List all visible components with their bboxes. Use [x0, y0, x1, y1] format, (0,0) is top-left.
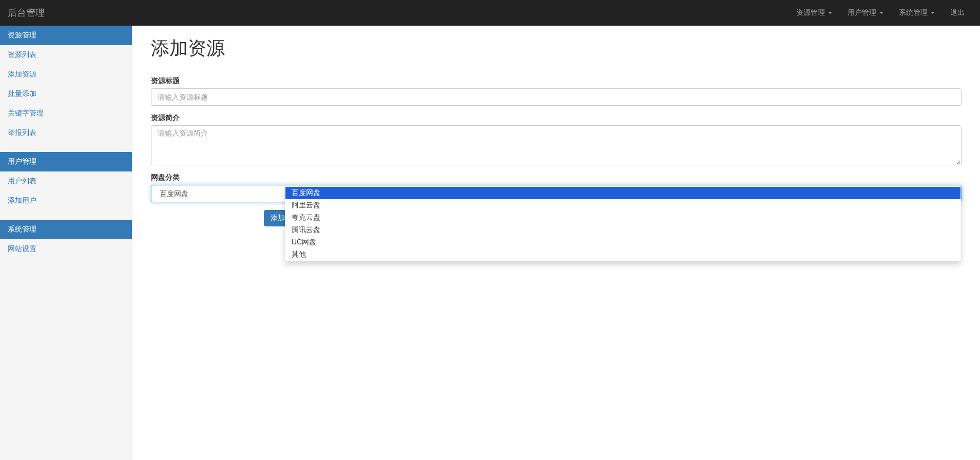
- sidebar-header-resource: 资源管理: [0, 26, 132, 45]
- sidebar-item-add-resource[interactable]: 添加资源: [0, 65, 132, 84]
- intro-label: 资源简介: [151, 113, 962, 123]
- nav-system[interactable]: 系统管理: [891, 1, 943, 25]
- sidebar-item-keyword-mgmt[interactable]: 关键字管理: [0, 104, 132, 123]
- sidebar-item-site-settings[interactable]: 网站设置: [0, 239, 132, 259]
- caret-icon: [931, 12, 935, 14]
- brand-link[interactable]: 后台管理: [0, 0, 52, 26]
- sidebar-item-resource-list[interactable]: 资源列表: [0, 45, 132, 65]
- nav-logout[interactable]: 退出: [943, 1, 972, 25]
- dropdown-option[interactable]: 百度网盘: [285, 187, 960, 199]
- sidebar-item-user-list[interactable]: 用户列表: [0, 171, 132, 191]
- sidebar-header-system: 系统管理: [0, 220, 132, 239]
- nav-user[interactable]: 用户管理: [840, 1, 891, 25]
- sidebar-header-user: 用户管理: [0, 152, 132, 171]
- dropdown-option[interactable]: 腾讯云盘: [285, 224, 960, 236]
- title-input[interactable]: [151, 88, 962, 106]
- dropdown-option[interactable]: 夸克云盘: [285, 212, 960, 224]
- caret-icon: [828, 12, 832, 14]
- page-title: 添加资源: [151, 36, 962, 66]
- category-dropdown-list: 百度网盘 阿里云盘 夸克云盘 腾讯云盘 UC网盘 其他: [285, 186, 961, 261]
- caret-icon: [879, 12, 883, 14]
- dropdown-option[interactable]: 阿里云盘: [285, 199, 960, 212]
- intro-textarea[interactable]: [151, 125, 962, 165]
- sidebar: 资源管理 资源列表 添加资源 批量添加 关键字管理 举报列表 用户管理 用户列表…: [0, 26, 132, 460]
- sidebar-item-batch-add[interactable]: 批量添加: [0, 84, 132, 104]
- dropdown-option[interactable]: UC网盘: [285, 236, 960, 248]
- main-content: 添加资源 资源标题 资源简介 网盘分类 百度网盘 添加 取消 百度网盘 阿里云盘…: [132, 26, 980, 460]
- sidebar-item-report-list[interactable]: 举报列表: [0, 123, 132, 143]
- top-navbar: 后台管理 资源管理 用户管理 系统管理 退出: [0, 0, 980, 26]
- title-label: 资源标题: [151, 76, 962, 86]
- category-label: 网盘分类: [151, 173, 962, 182]
- sidebar-item-add-user[interactable]: 添加用户: [0, 191, 132, 210]
- navbar-menu: 资源管理 用户管理 系统管理 退出: [789, 0, 972, 26]
- nav-resource[interactable]: 资源管理: [789, 1, 840, 25]
- dropdown-option[interactable]: 其他: [285, 248, 960, 261]
